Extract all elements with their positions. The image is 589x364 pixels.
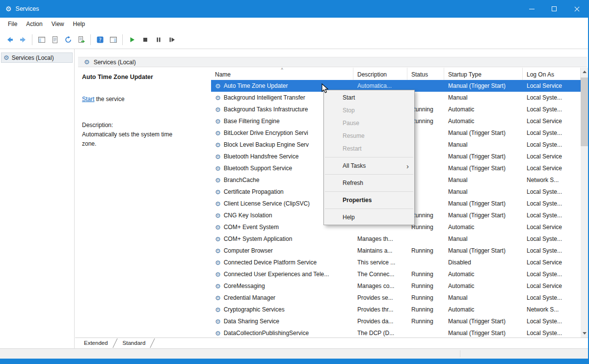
sort-ascending-icon: ^	[281, 68, 283, 72]
show-console-tree-icon	[38, 36, 46, 44]
context-menu-item[interactable]: Properties	[324, 194, 414, 207]
view-tab[interactable]: Extended	[80, 338, 119, 348]
back-button[interactable]	[3, 33, 16, 46]
cell-log-on-as: Local Syste...	[523, 212, 581, 219]
restart-service-button[interactable]	[165, 33, 178, 46]
close-icon	[574, 6, 580, 12]
table-row[interactable]: Connected User Experiences and Tele... T…	[211, 268, 581, 280]
service-gear-icon	[215, 95, 221, 101]
cell-name: Connected Device Platform Service	[211, 259, 353, 266]
cell-startup-type: Manual (Trigger Start)	[444, 82, 523, 89]
context-menu-item[interactable]: Stop	[324, 104, 414, 117]
service-gear-icon	[215, 177, 221, 183]
toolbar-separator	[90, 34, 91, 45]
scroll-up-icon	[583, 71, 587, 73]
cell-status: Running	[407, 306, 444, 313]
refresh-button[interactable]	[61, 33, 75, 46]
cell-status: Running	[407, 318, 444, 325]
cell-startup-type: Automatic	[444, 106, 523, 113]
scrollbar-thumb[interactable]	[581, 78, 588, 146]
cell-startup-type: Automatic	[444, 224, 523, 231]
refresh-icon	[64, 36, 72, 44]
properties-button[interactable]	[48, 33, 61, 46]
show-action-pane-icon	[109, 36, 117, 44]
export-list-button[interactable]	[75, 33, 88, 46]
scroll-down-button[interactable]	[581, 329, 588, 338]
cell-name: CoreMessaging	[211, 283, 353, 289]
context-menu-item[interactable]: Restart	[324, 142, 414, 155]
cell-log-on-as: Local Syste...	[523, 330, 581, 337]
services-gear-icon	[84, 59, 90, 65]
forward-button[interactable]	[16, 33, 29, 46]
vertical-scrollbar[interactable]	[581, 68, 588, 338]
properties-icon	[51, 36, 59, 44]
column-header-log-on-as[interactable]: Log On As	[523, 68, 581, 80]
cell-startup-type: Manual (Trigger Start)	[444, 130, 523, 136]
column-header-description[interactable]: Description	[353, 68, 407, 80]
show-console-tree-button[interactable]	[35, 33, 48, 46]
cell-status: Running	[407, 271, 444, 278]
cell-log-on-as: Local Service	[523, 82, 581, 89]
cell-startup-type: Manual (Trigger Start)	[444, 153, 523, 160]
context-menu-item[interactable]: Pause	[324, 117, 414, 130]
menu-bar-item[interactable]: File	[3, 19, 22, 29]
column-header-startup-type[interactable]: Startup Type	[444, 68, 523, 80]
table-row[interactable]: Connected Device Platform Service This s…	[211, 257, 581, 268]
cell-log-on-as: Local Syste...	[523, 294, 581, 301]
table-row[interactable]: Data Sharing Service Provides da... Runn…	[211, 315, 581, 327]
table-row[interactable]: Cryptographic Services Provides thr... R…	[211, 304, 581, 315]
cell-name: COM+ System Application	[211, 235, 353, 242]
export-list-icon	[78, 36, 85, 44]
context-menu-item[interactable]: All Tasks ›	[324, 159, 414, 172]
status-bar-divider	[460, 350, 460, 357]
cell-description: Manages th...	[353, 235, 407, 242]
description-text: Automatically sets the system time zone.	[82, 130, 184, 149]
table-row[interactable]: CoreMessaging Manages co... Running Auto…	[211, 280, 581, 292]
window-bottom-border	[0, 359, 588, 364]
cell-description: Provides thr...	[353, 306, 407, 313]
context-menu-item[interactable]: Start	[324, 91, 414, 104]
service-gear-icon	[215, 130, 221, 136]
menu-bar-item[interactable]: Action	[22, 19, 47, 29]
stop-service-button[interactable]	[138, 33, 152, 46]
pause-service-icon	[155, 36, 162, 44]
menu-bar-item[interactable]: Help	[69, 19, 90, 29]
table-row[interactable]: Computer Browser Maintains a... Running …	[211, 245, 581, 257]
menu-bar-item[interactable]: View	[47, 19, 69, 29]
context-menu-item[interactable]: Refresh	[324, 177, 414, 189]
service-action-suffix: the service	[94, 96, 124, 103]
maximize-button[interactable]	[543, 0, 565, 18]
cell-name: Cryptographic Services	[211, 306, 353, 313]
context-menu-item[interactable]: Help	[324, 211, 414, 224]
pause-service-button[interactable]	[152, 33, 165, 46]
cell-startup-type: Automatic	[444, 271, 523, 278]
cell-startup-type: Automatic	[444, 118, 523, 125]
detail-pane: Auto Time Zone Updater Start the service…	[75, 68, 211, 338]
service-gear-icon	[215, 154, 221, 160]
minimize-button[interactable]	[520, 0, 543, 18]
column-header-status[interactable]: Status	[407, 68, 444, 80]
start-service-link[interactable]: Start	[82, 96, 94, 103]
table-row[interactable]: COM+ System Application Manages th... Ma…	[211, 233, 581, 245]
show-action-pane-button[interactable]	[107, 33, 120, 46]
context-menu-item[interactable]: Resume	[324, 130, 414, 142]
help-button[interactable]: ?	[93, 33, 107, 46]
start-service-icon	[128, 36, 136, 44]
cell-startup-type: Manual	[444, 141, 523, 148]
close-button[interactable]	[565, 0, 588, 18]
cell-startup-type: Manual	[444, 235, 523, 242]
cell-name: Computer Browser	[211, 247, 353, 254]
tree-item-services-local[interactable]: Services (Local)	[1, 52, 73, 63]
scroll-up-button[interactable]	[581, 68, 588, 76]
cell-startup-type: Manual (Trigger Start)	[444, 247, 523, 254]
cell-log-on-as: Local Syste...	[523, 318, 581, 325]
table-row[interactable]: Credential Manager Provides se... Runnin…	[211, 292, 581, 304]
cell-log-on-as: Local Syste...	[523, 130, 581, 136]
column-header-name[interactable]: ^ Name	[211, 68, 353, 80]
toolbar-separator	[122, 34, 123, 45]
service-gear-icon	[215, 201, 221, 207]
table-row[interactable]: DataCollectionPublishingService The DCP …	[211, 327, 581, 338]
cell-description: This service ...	[353, 259, 407, 266]
start-service-button[interactable]	[125, 33, 138, 46]
view-tab[interactable]: Standard	[119, 338, 157, 348]
